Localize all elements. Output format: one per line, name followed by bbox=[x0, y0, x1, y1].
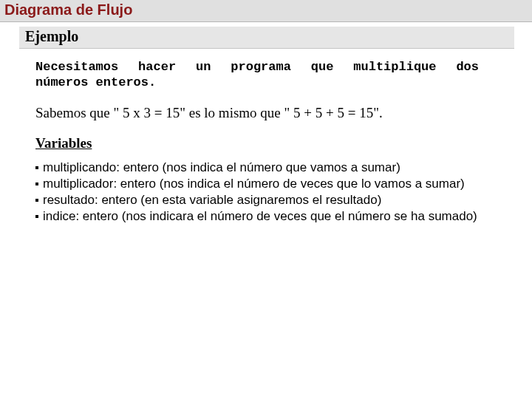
explanation-text: Sabemos que " 5 x 3 = 15" es lo mismo qu… bbox=[35, 104, 517, 122]
intro-line-2: números enteros. bbox=[35, 75, 479, 90]
intro-line-1: Necesitamos hacer un programa que multip… bbox=[35, 59, 479, 75]
list-item bbox=[35, 177, 43, 191]
slide: Diagrama de Flujo Ejemplo Necesitamos ha… bbox=[0, 0, 532, 399]
slide-body: Necesitamos hacer un programa que multip… bbox=[0, 49, 532, 225]
slide-title: Diagrama de Flujo bbox=[0, 0, 532, 22]
variable-multiplicador: multiplicador: entero (nos indica el núm… bbox=[43, 177, 465, 191]
list-item bbox=[35, 193, 43, 207]
variable-indice: indice: entero (nos indicara el número d… bbox=[43, 209, 477, 223]
list-item bbox=[35, 209, 43, 223]
slide-subtitle: Ejemplo bbox=[19, 27, 514, 49]
variables-heading: Variables bbox=[35, 134, 517, 152]
variables-list: multiplicando: entero (nos indica el núm… bbox=[35, 160, 486, 225]
variable-resultado: resultado: entero (en esta variable asig… bbox=[43, 193, 381, 207]
list-item bbox=[35, 160, 43, 174]
variable-multiplicando: multiplicando: entero (nos indica el núm… bbox=[43, 160, 400, 174]
